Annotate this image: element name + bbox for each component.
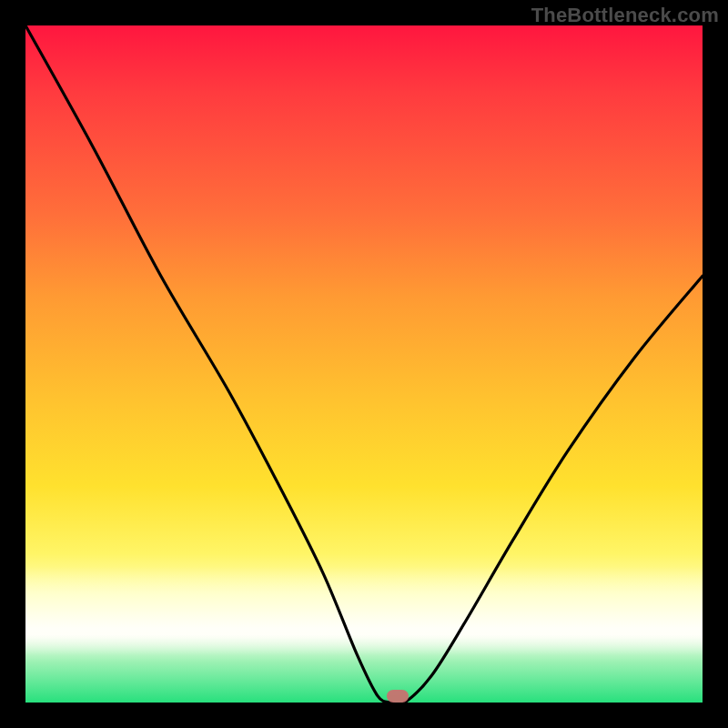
bottleneck-marker xyxy=(387,690,409,703)
watermark-text: TheBottleneck.com xyxy=(531,4,719,27)
bottleneck-curve xyxy=(25,25,703,703)
plot-area xyxy=(25,25,703,703)
curve-svg xyxy=(25,25,703,703)
chart-frame: TheBottleneck.com xyxy=(0,0,728,728)
